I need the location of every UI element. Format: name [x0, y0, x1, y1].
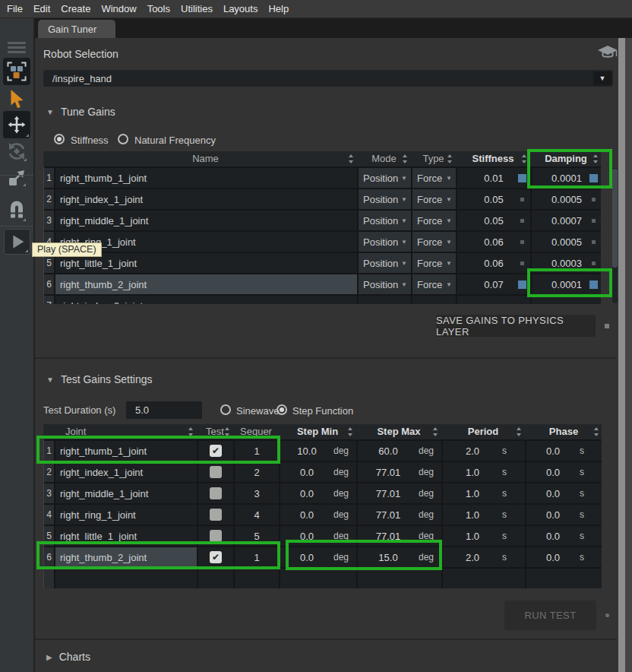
sequence-field[interactable]: 2	[235, 462, 279, 482]
sequence-field[interactable]: 1	[235, 547, 279, 567]
sort-icon[interactable]	[432, 426, 438, 437]
sort-icon[interactable]	[593, 426, 599, 437]
stiffness-field[interactable]: 0.05	[457, 211, 530, 230]
col-header-test[interactable]: Test	[198, 424, 232, 439]
chevron-down-icon[interactable]: ▼	[446, 239, 452, 246]
step_max-field[interactable]: 77.01deg	[358, 483, 441, 503]
chevron-down-icon[interactable]: ▼	[446, 260, 452, 267]
gains-table-scrollbar-thumb[interactable]	[612, 169, 618, 268]
chevron-down-icon[interactable]: ▼	[446, 281, 452, 288]
panel-scrollbar[interactable]	[618, 38, 625, 672]
joint-name-cell[interactable]: right_thumb_2_joint	[55, 274, 357, 294]
menu-tools[interactable]: Tools	[147, 3, 170, 14]
joint-name-cell[interactable]: right_ring_1_joint	[55, 505, 197, 525]
chevron-down-icon[interactable]: ▼	[401, 196, 407, 203]
stiffness-radio[interactable]	[54, 134, 65, 144]
period-field[interactable]: 1.0s	[443, 526, 525, 546]
joint-name-cell[interactable]: right_index_1_joint	[55, 189, 357, 209]
period-field[interactable]: 1.0s	[443, 483, 525, 503]
step_min-field[interactable]: 0.0deg	[280, 526, 356, 546]
col-header-type[interactable]: Type	[412, 151, 455, 166]
chevron-down-icon[interactable]: ▼	[401, 239, 407, 246]
stiffness-field[interactable]: 0.07	[457, 274, 530, 294]
damping-field[interactable]: 0.0001	[532, 168, 601, 188]
sort-icon[interactable]	[402, 154, 408, 164]
col-header-damping[interactable]: Damping	[531, 151, 601, 166]
col-header-step-min[interactable]: Step Min	[280, 424, 356, 439]
natural-frequency-radio[interactable]	[118, 134, 128, 144]
test-checkbox[interactable]	[210, 487, 222, 499]
chevron-down-icon[interactable]: ▼	[593, 71, 611, 85]
scale-tool-button[interactable]	[6, 167, 27, 188]
col-header-joint[interactable]: Joint	[55, 424, 196, 439]
test-gains-section-header[interactable]: ▼ Test Gains Settings	[46, 373, 153, 385]
stiffness-field[interactable]: 0.01	[457, 168, 530, 188]
phase-field[interactable]: 0.0s	[526, 441, 602, 461]
joint-name-cell[interactable]: right_middle_1_joint	[55, 211, 357, 230]
joint-name-cell[interactable]: right_index_1_joint	[55, 462, 197, 482]
chevron-down-icon[interactable]: ▼	[401, 175, 407, 182]
phase-field[interactable]: 0.0s	[526, 547, 602, 567]
type-dropdown[interactable]: Force▼	[412, 168, 456, 188]
step_min-field[interactable]: 0.0deg	[280, 505, 356, 525]
chevron-down-icon[interactable]: ▼	[401, 260, 407, 267]
chevron-down-icon[interactable]: ▼	[446, 217, 452, 224]
selection-mode-button[interactable]	[3, 58, 30, 85]
menu-help[interactable]: Help	[268, 3, 289, 14]
step_min-field[interactable]: 0.0deg	[280, 483, 356, 503]
hamburger-menu-icon[interactable]	[8, 42, 26, 55]
sort-icon[interactable]	[348, 154, 354, 164]
sort-icon[interactable]	[188, 426, 194, 437]
joint-name-cell[interactable]: right_thumb_1_joint	[55, 441, 197, 461]
collapse-triangle-icon[interactable]: ▼	[46, 376, 54, 384]
stiffness-field[interactable]: 0.06	[457, 253, 530, 273]
run-test-button[interactable]: RUN TEST	[504, 601, 596, 630]
step_max-field[interactable]: 77.01deg	[358, 505, 441, 525]
test-checkbox[interactable]	[210, 509, 222, 521]
col-header-phase[interactable]: Phase	[526, 424, 602, 439]
sequence-field[interactable]: 3	[235, 483, 279, 503]
sinewave-radio[interactable]	[220, 404, 231, 415]
joint-name-cell[interactable]: right_thumb_2_joint	[55, 547, 197, 567]
snap-tool-button[interactable]	[6, 199, 27, 223]
damping-field[interactable]: 0.0007	[532, 211, 601, 230]
collapsed-triangle-icon[interactable]: ▶	[46, 653, 52, 661]
menu-layouts[interactable]: Layouts	[223, 3, 258, 14]
mode-dropdown[interactable]	[359, 296, 411, 304]
test-checkbox[interactable]	[210, 466, 222, 478]
tab-gain-tuner[interactable]: Gain Tuner	[38, 20, 115, 38]
phase-field[interactable]: 0.0s	[526, 505, 602, 525]
move-tool-button[interactable]	[3, 111, 30, 138]
col-header-name[interactable]: Name	[55, 151, 356, 166]
sort-icon[interactable]	[224, 426, 230, 437]
learning-cap-icon[interactable]	[597, 43, 618, 62]
phase-field[interactable]: 0.0s	[526, 462, 602, 482]
step_min-field[interactable]: 0.0deg	[280, 462, 356, 482]
damping-field[interactable]: 0.0003	[532, 253, 601, 273]
chevron-down-icon[interactable]: ▼	[401, 281, 407, 288]
mode-dropdown[interactable]: Position▼	[359, 189, 411, 209]
save-gains-button[interactable]: SAVE GAINS TO PHYSICS LAYER	[436, 315, 596, 337]
chevron-down-icon[interactable]: ▼	[446, 175, 452, 182]
step_max-field[interactable]: 15.0deg	[358, 547, 441, 567]
menu-file[interactable]: File	[7, 3, 23, 14]
sort-icon[interactable]	[447, 154, 453, 164]
tune-gains-section-header[interactable]: ▼ Tune Gains	[46, 106, 115, 118]
phase-field[interactable]: 0.0s	[526, 526, 602, 546]
menu-window[interactable]: Window	[101, 3, 136, 14]
period-field[interactable]: 1.0s	[443, 505, 525, 525]
chevron-down-icon[interactable]: ▼	[446, 196, 452, 203]
step_max-field[interactable]: 77.01deg	[358, 526, 441, 546]
type-dropdown[interactable]: Force▼	[412, 253, 456, 273]
sequence-field[interactable]: 4	[235, 505, 279, 525]
type-dropdown[interactable]: Force▼	[412, 189, 456, 209]
stiffness-field[interactable]: 0.06	[457, 232, 530, 252]
damping-field[interactable]: 0.0005	[532, 189, 601, 209]
joint-name-cell[interactable]: right_little_1_joint	[55, 526, 197, 546]
robot-select-dropdown[interactable]: /inspire_hand ▼	[43, 70, 613, 87]
col-header-step-max[interactable]: Step Max	[357, 424, 441, 439]
test-checkbox[interactable]: ✔	[210, 445, 222, 457]
step_max-field[interactable]: 60.0deg	[358, 441, 441, 461]
col-header-stiffness[interactable]: Stiffness	[457, 151, 529, 166]
test-checkbox[interactable]: ✔	[210, 551, 222, 563]
